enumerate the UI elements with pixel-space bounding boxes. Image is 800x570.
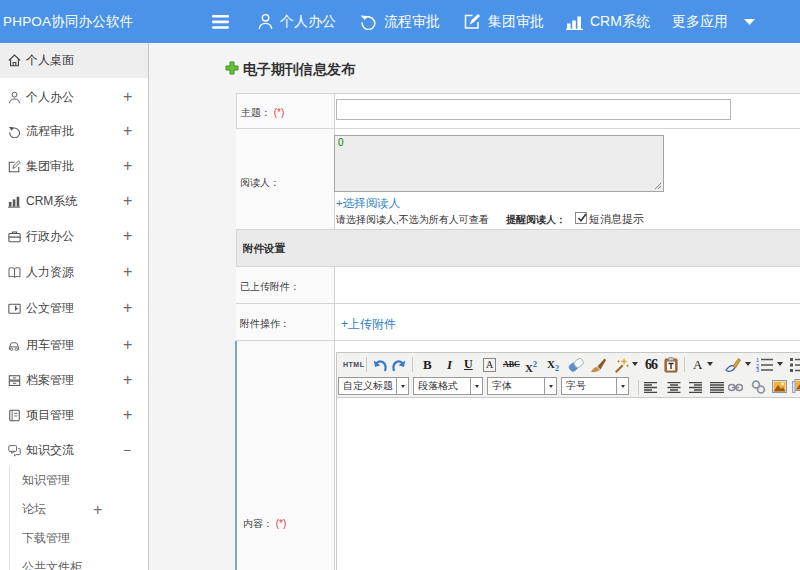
svg-text:3: 3 [756,367,759,372]
